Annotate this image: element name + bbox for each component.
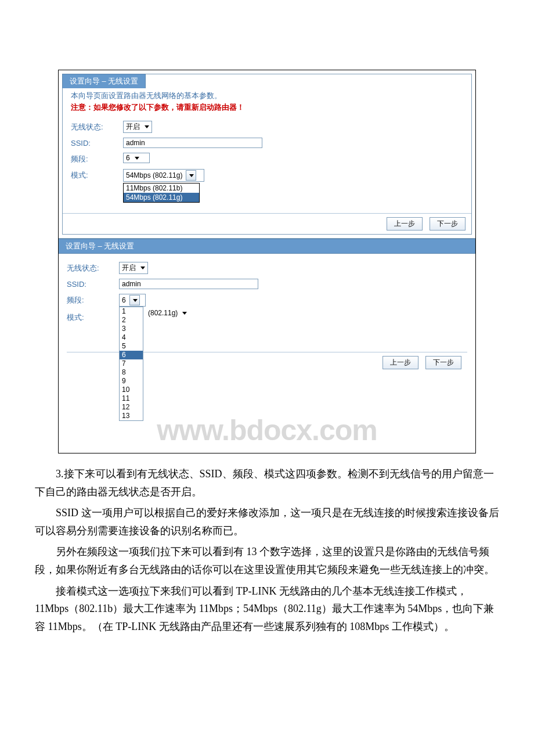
label-channel: 频段: <box>71 153 123 164</box>
chevron-down-icon <box>145 125 149 128</box>
label-ssid: SSID: <box>67 279 119 289</box>
label-channel: 频段: <box>67 294 119 305</box>
mode-display: (802.11g) <box>148 309 187 317</box>
channel-select[interactable]: 6 <box>123 153 150 163</box>
prev-button[interactable]: 上一步 <box>387 217 423 231</box>
channel-option[interactable]: 4 <box>120 333 143 342</box>
screenshot-container: 设置向导 – 无线设置 本向导页面设置路由器无线网络的基本参数。 注意：如果您修… <box>58 70 476 453</box>
warning-text: 注意：如果您修改了以下参数，请重新启动路由器！ <box>71 102 463 113</box>
dropdown-button[interactable] <box>129 295 140 305</box>
panel-wireless-1: 设置向导 – 无线设置 本向导页面设置路由器无线网络的基本参数。 注意：如果您修… <box>62 74 472 235</box>
mode-value: 54Mbps (802.11g) <box>126 171 182 179</box>
label-mode: 模式: <box>67 311 119 323</box>
paragraph: 3.接下来可以看到有无线状态、SSID、频段、模式这四项参数。检测不到无线信号的… <box>35 465 499 501</box>
status-value: 开启 <box>126 122 140 132</box>
label-ssid: SSID: <box>71 138 123 147</box>
ssid-input[interactable]: admin <box>119 279 258 289</box>
label-mode: 模式: <box>71 169 123 181</box>
channel-option[interactable]: 9 <box>120 377 143 386</box>
channel-value: 6 <box>122 296 126 304</box>
chevron-down-icon <box>140 267 145 269</box>
paragraph: SSID 这一项用户可以根据自己的爱好来修改添加，这一项只是在无线连接的时候搜索… <box>35 504 499 539</box>
mode-option[interactable]: 11Mbps (802.11b) <box>124 183 199 193</box>
channel-select[interactable]: 6 <box>119 294 146 307</box>
channel-option[interactable]: 5 <box>120 342 143 351</box>
chevron-down-icon <box>133 299 138 302</box>
mode-option-selected[interactable]: 54Mbps (802.11g) <box>124 193 199 202</box>
label-status: 无线状态: <box>67 262 119 273</box>
panel-title: 设置向导 – 无线设置 <box>59 239 475 254</box>
channel-option[interactable]: 7 <box>120 359 143 368</box>
prev-button[interactable]: 上一步 <box>383 356 418 369</box>
channel-option[interactable]: 11 <box>120 394 143 403</box>
ssid-value: admin <box>122 280 141 288</box>
channel-option-selected[interactable]: 6 <box>120 351 143 359</box>
channel-option[interactable]: 13 <box>120 412 143 420</box>
mode-select[interactable]: 54Mbps (802.11g) <box>123 169 204 182</box>
watermark-text: www.bdocx.com <box>157 414 377 447</box>
ssid-input[interactable]: admin <box>123 138 262 148</box>
intro-text: 本向导页面设置路由器无线网络的基本参数。 <box>71 91 463 101</box>
chevron-down-icon <box>182 312 187 315</box>
channel-value: 6 <box>126 154 130 162</box>
channel-option[interactable]: 1 <box>120 307 143 316</box>
next-button[interactable]: 下一步 <box>430 217 466 231</box>
channel-option[interactable]: 10 <box>120 386 143 394</box>
channel-option[interactable]: 2 <box>120 316 143 325</box>
channel-option[interactable]: 12 <box>120 403 143 412</box>
label-status: 无线状态: <box>71 121 123 132</box>
status-select[interactable]: 开启 <box>123 121 152 133</box>
channel-option[interactable]: 3 <box>120 325 143 333</box>
chevron-down-icon <box>189 174 194 177</box>
chevron-down-icon <box>135 157 139 160</box>
status-value: 开启 <box>122 263 136 273</box>
mode-dropdown-list[interactable]: 11Mbps (802.11b) 54Mbps (802.11g) <box>123 183 200 203</box>
channel-dropdown-list[interactable]: 1 2 3 4 5 6 7 8 9 10 11 12 13 <box>119 307 143 421</box>
panel-footer: 上一步 下一步 <box>63 213 471 234</box>
mode-value: (802.11g) <box>148 309 178 317</box>
article-text: 3.接下来可以看到有无线状态、SSID、频段、模式这四项参数。检测不到无线信号的… <box>35 465 499 635</box>
paragraph: 接着模式这一选项拉下来我们可以看到 TP-LINK 无线路由的几个基本无线连接工… <box>35 582 499 636</box>
panel-title: 设置向导 – 无线设置 <box>62 74 146 88</box>
channel-option[interactable]: 8 <box>120 368 143 377</box>
dropdown-button[interactable] <box>186 170 196 181</box>
ssid-value: admin <box>126 139 145 147</box>
next-button[interactable]: 下一步 <box>425 356 461 369</box>
paragraph: 另外在频段这一项我们拉下来可以看到有 13 个数字选择，这里的设置只是你路由的无… <box>35 543 499 578</box>
status-select[interactable]: 开启 <box>119 262 148 274</box>
